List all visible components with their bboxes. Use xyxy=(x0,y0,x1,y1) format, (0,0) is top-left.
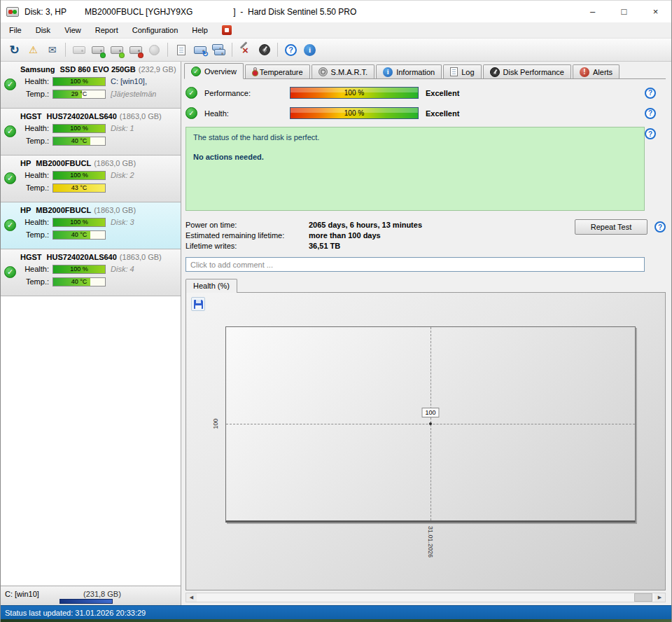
lifetime-writes-label: Lifetime writes: xyxy=(186,242,309,250)
tab-alerts[interactable]: ! Alerts xyxy=(573,64,620,78)
health-label: Health: xyxy=(204,109,290,118)
toolbar: ↻ ⚠ ✉ ↻ × ? i xyxy=(1,38,671,62)
minimize-button[interactable]: – xyxy=(577,1,608,22)
menu-configuration[interactable]: Configuration xyxy=(125,24,185,36)
disk-icon[interactable] xyxy=(69,41,88,59)
tab-disk-performance[interactable]: Disk Performance xyxy=(483,64,571,78)
temp-label: Temp.: xyxy=(20,230,52,239)
stats-section: Power on time: 2065 days, 6 hours, 13 mi… xyxy=(186,219,666,251)
tab-information[interactable]: i Information xyxy=(376,64,442,78)
chart-y-tick: 100 xyxy=(212,413,219,434)
edit-cancel-icon[interactable]: × xyxy=(236,41,255,59)
temp-label: Temp.: xyxy=(20,184,52,192)
chart-horizontal-scrollbar[interactable]: ◀ ▶ xyxy=(186,593,666,602)
tab-overview[interactable]: ✓ Overview xyxy=(184,63,244,79)
scroll-left-arrow-icon[interactable]: ◀ xyxy=(186,593,197,602)
scroll-right-arrow-icon[interactable]: ▶ xyxy=(654,593,665,602)
disk-title: HPMB2000FBUCL(1863,0 GB) xyxy=(20,206,178,214)
temp-bar: 29 °C xyxy=(52,90,106,99)
disk-list-item-0[interactable]: ✓ SamsungSSD 860 EVO 250GB(232,9 GB) D H… xyxy=(1,62,181,109)
disk-error-icon[interactable] xyxy=(126,41,145,59)
health-meter: 100 % xyxy=(290,107,419,119)
toolbar-separator xyxy=(167,43,168,57)
scrollbar-thumb[interactable] xyxy=(634,593,652,602)
health-row: ✓ Health: 100 % Excellent ? xyxy=(186,106,666,120)
window-title-disk: Disk: 3, HP xyxy=(24,7,66,17)
health-chart-plot: 100 100 31.01.2026 xyxy=(225,326,636,523)
content-area: ✓ SamsungSSD 860 EVO 250GB(232,9 GB) D H… xyxy=(1,62,671,605)
menu-update-icon[interactable] xyxy=(222,25,232,35)
disk-sync-icon[interactable]: ↻ xyxy=(190,41,209,59)
toolbar-separator xyxy=(65,43,66,57)
status-help-icon[interactable]: ? xyxy=(645,128,656,139)
check-icon: ✓ xyxy=(191,67,201,76)
disk-ok-icon[interactable] xyxy=(107,41,126,59)
menu-file[interactable]: File xyxy=(2,24,29,36)
partition-usage-bar xyxy=(59,599,113,604)
health-label: Health: xyxy=(20,77,52,85)
chart-point-label: 100 xyxy=(421,408,439,417)
smart-disk-icon xyxy=(318,67,328,76)
refresh-icon[interactable]: ↻ xyxy=(5,41,24,59)
comment-section xyxy=(186,257,666,272)
subtab-health-percent[interactable]: Health (%) xyxy=(186,279,237,293)
disk-title: HPMB2000FBUCL(1863,0 GB) xyxy=(20,159,178,167)
repeat-test-button[interactable]: Repeat Test xyxy=(575,219,648,235)
health-help-icon[interactable]: ? xyxy=(645,108,656,119)
disk-health-ok-icon: ✓ xyxy=(4,172,16,184)
menu-view[interactable]: View xyxy=(57,24,88,36)
temp-bar: 40 °C xyxy=(52,277,106,286)
tab-log[interactable]: Log xyxy=(443,64,481,78)
tab-strip: ✓ Overview Temperature S.M.A.R.T. i Info… xyxy=(184,63,666,79)
disk-title: HGSTHUS724020ALS640(1863,0 GB) xyxy=(20,253,178,261)
disk-index-label: Disk: 2 xyxy=(111,171,134,179)
lifetime-writes-value: 36,51 TB xyxy=(309,242,340,250)
maximize-button[interactable]: □ xyxy=(608,1,640,22)
disk-list-item-3-selected[interactable]: ✓ HPMB2000FBUCL(1863,0 GB) Health: 100 %… xyxy=(1,202,181,249)
chart-subtab-strip: Health (%) xyxy=(186,277,666,292)
menu-bar: File Disk View Report Configuration Help xyxy=(1,22,671,38)
floppy-disk-icon xyxy=(194,300,203,309)
partition-row[interactable]: C: [win10] (231,8 GB) xyxy=(1,586,181,605)
repeat-test-help-icon[interactable]: ? xyxy=(654,221,666,233)
menu-report[interactable]: Report xyxy=(88,24,125,36)
status-line-1: The status of the hard disk is perfect. xyxy=(193,133,637,141)
report-document-icon[interactable] xyxy=(172,41,190,59)
window-title-app: ] - Hard Disk Sentinel 5.50 PRO xyxy=(233,7,356,17)
disk-index-label: Disk: 3 xyxy=(111,218,134,226)
partition-label: C: [win10] xyxy=(5,590,39,598)
thermometer-icon xyxy=(252,67,256,76)
health-ok-icon: ✓ xyxy=(186,107,197,119)
alert-icon: ! xyxy=(580,67,589,77)
about-info-icon[interactable]: i xyxy=(300,41,319,59)
scrollbar-track[interactable] xyxy=(197,593,654,602)
temp-label: Temp.: xyxy=(20,90,52,98)
disk-list-item-2[interactable]: ✓ HPMB2000FBUCL(1863,0 GB) Health: 100 %… xyxy=(1,156,181,202)
performance-gauge-icon[interactable] xyxy=(255,41,274,59)
disk-warning-icon[interactable]: ⚠ xyxy=(24,41,43,59)
disk-copy-icon[interactable] xyxy=(209,41,228,59)
comment-input[interactable] xyxy=(186,257,645,272)
menu-disk[interactable]: Disk xyxy=(29,24,57,36)
disk-test-icon[interactable] xyxy=(88,41,107,59)
partition-label: C: [win10], xyxy=(111,77,147,85)
save-chart-button[interactable] xyxy=(191,297,205,311)
tab-smart[interactable]: S.M.A.R.T. xyxy=(312,64,375,78)
disk-list-item-4[interactable]: ✓ HGSTHUS724020ALS640(1863,0 GB) Health:… xyxy=(1,249,181,296)
menu-help[interactable]: Help xyxy=(185,24,215,36)
close-button[interactable]: × xyxy=(640,1,671,22)
health-label: Health: xyxy=(20,218,52,226)
help-icon[interactable]: ? xyxy=(281,41,300,59)
disabled-action-icon[interactable] xyxy=(145,41,164,59)
tab-temperature[interactable]: Temperature xyxy=(245,64,310,78)
sidebar-empty-area xyxy=(1,296,181,586)
chart-data-point xyxy=(429,422,432,425)
health-bar: 100 % xyxy=(52,218,106,227)
toolbar-separator xyxy=(277,43,278,57)
health-label: Health: xyxy=(20,265,52,273)
health-bar: 100 % xyxy=(52,171,106,180)
performance-label: Performance: xyxy=(204,89,290,97)
performance-help-icon[interactable]: ? xyxy=(645,88,656,99)
disk-list-item-1[interactable]: ✓ HGSTHUS724020ALS640(1863,0 GB) Health:… xyxy=(1,109,181,156)
report-mail-icon[interactable]: ✉ xyxy=(43,41,62,59)
